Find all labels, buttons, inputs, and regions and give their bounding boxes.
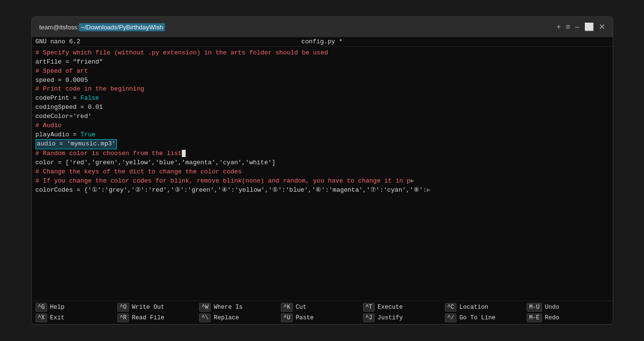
shortcut-undo[interactable]: M-U Undo [527, 303, 608, 312]
shortcut-cut[interactable]: ^K Cut [281, 303, 363, 312]
shortcut-label-readfile: Read File [132, 315, 164, 321]
code-line-16: colorCodes = {'①':'grey','②':'red','③':'… [36, 186, 609, 195]
shortcut-label-justify: Justify [378, 315, 403, 321]
shortcut-whereis[interactable]: ^W Where Is [199, 303, 281, 312]
titlebar-controls: + ≡ – ⬜ ✕ [556, 23, 605, 31]
code-line-13: color = ['red','green','yellow','blue','… [36, 158, 609, 168]
shortcut-label-cut: Cut [296, 304, 307, 311]
shortcut-key-justify: ^J [363, 314, 375, 322]
shortcut-gotoline[interactable]: ^/ Go To Line [445, 314, 527, 322]
nano-version: GNU nano 6.2 [36, 38, 179, 45]
shortcut-label-execute: Execute [378, 304, 403, 311]
shortcut-writeout[interactable]: ^O Write Out [117, 303, 199, 312]
terminal-window: team@itsfoss:~/Downloads/PyBirthdayWish … [31, 16, 613, 325]
statusbar: ^G Help ^O Write Out ^W Where Is ^K Cut … [32, 301, 613, 324]
shortcut-label-gotoline: Go To Line [459, 315, 495, 321]
shortcut-key-whereis: ^W [199, 303, 211, 312]
shortcut-readfile[interactable]: ^R Read File [117, 314, 199, 322]
shortcut-label-undo: Undo [545, 304, 559, 311]
code-line-6: codePrint = False [36, 94, 609, 103]
shortcut-label-location: Location [459, 304, 488, 311]
shortcut-justify[interactable]: ^J Justify [363, 314, 445, 322]
code-line-12: # Random color is choosen from the list [36, 149, 609, 158]
shortcut-key-cut: ^K [281, 303, 292, 312]
shortcut-label-help: Help [50, 304, 64, 311]
code-line-7: codingSpeed = 0.01 [36, 103, 609, 112]
shortcut-key-readfile: ^R [117, 314, 129, 322]
shortcut-label-paste: Paste [296, 315, 314, 321]
shortcut-label-whereis: Where Is [214, 304, 242, 311]
shortcut-paste[interactable]: ^U Paste [281, 314, 363, 322]
code-line-8: codeColor='red' [36, 112, 609, 121]
code-line-4: speed = 0.0005 [36, 76, 609, 85]
code-line-9: # Audio [36, 121, 609, 131]
titlebar-maximize-button[interactable]: ⬜ [584, 23, 594, 31]
shortcut-replace[interactable]: ^\ Replace [199, 314, 281, 322]
shortcut-label-replace: Replace [214, 315, 239, 321]
shortcut-location[interactable]: ^C Location [445, 303, 527, 312]
shortcut-key-execute: ^T [363, 303, 375, 312]
code-line-10: playAudio = True [36, 131, 609, 140]
titlebar-minimize-button[interactable]: – [575, 23, 580, 31]
titlebar-close-button[interactable]: ✕ [599, 23, 605, 31]
shortcut-label-redo: Redo [545, 315, 559, 321]
shortcut-key-help: ^G [36, 303, 47, 312]
code-line-2: artFile = "friend" [36, 58, 609, 67]
code-line-15: # If you change the color codes for blin… [36, 177, 609, 186]
shortcut-key-undo: M-U [527, 303, 542, 312]
titlebar-new-tab-button[interactable]: + [556, 23, 561, 31]
shortcut-key-location: ^C [445, 303, 456, 312]
code-line-14: # Change the keys of the dict to change … [36, 168, 609, 177]
shortcut-row-2: ^X Exit ^R Read File ^\ Replace ^U Paste… [32, 313, 613, 323]
shortcut-label-writeout: Write Out [132, 304, 164, 311]
nano-header: GNU nano 6.2 config.py * [32, 37, 613, 47]
editor-area[interactable]: # Specify which file (without .py extens… [32, 47, 613, 301]
shortcut-row-1: ^G Help ^O Write Out ^W Where Is ^K Cut … [32, 302, 613, 313]
shortcut-key-writeout: ^O [117, 303, 129, 312]
shortcut-key-paste: ^U [281, 314, 292, 322]
titlebar-title: team@itsfoss:~/Downloads/PyBirthdayWish [39, 24, 165, 31]
titlebar: team@itsfoss:~/Downloads/PyBirthdayWish … [32, 17, 613, 37]
titlebar-menu-button[interactable]: ≡ [566, 23, 570, 31]
code-line-11: audio = 'mymusic.mp3' [36, 139, 609, 149]
code-line-5: # Print code in the beginning [36, 85, 609, 94]
titlebar-prefix: team@itsfoss: [39, 24, 79, 31]
shortcut-redo[interactable]: M-E Redo [527, 314, 608, 322]
nano-filename: config.py * [179, 38, 466, 45]
shortcut-key-replace: ^\ [199, 314, 211, 322]
shortcut-key-gotoline: ^/ [445, 314, 456, 322]
shortcut-execute[interactable]: ^T Execute [363, 303, 445, 312]
shortcut-label-exit: Exit [50, 315, 64, 321]
code-line-1: # Specify which file (without .py extens… [36, 49, 609, 58]
shortcut-key-redo: M-E [527, 314, 542, 322]
shortcut-exit[interactable]: ^X Exit [36, 314, 117, 322]
shortcut-key-exit: ^X [36, 314, 47, 322]
code-line-3: # Speed of art [36, 67, 609, 76]
titlebar-path: ~/Downloads/PyBirthdayWish [79, 23, 165, 31]
shortcut-help[interactable]: ^G Help [36, 303, 117, 312]
